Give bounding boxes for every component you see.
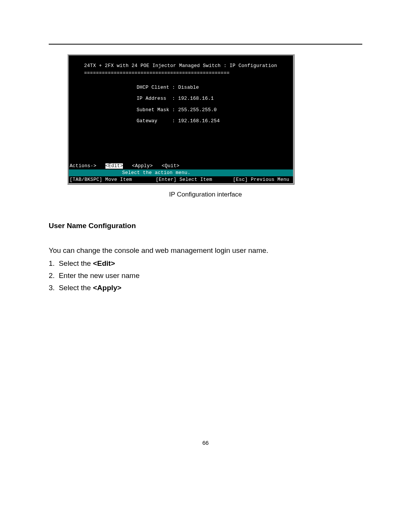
ip-value: 192.168.16.1	[178, 96, 214, 101]
help-row: [TAB/BKSPC] Move Item [Enter] Select Ite…	[69, 176, 293, 183]
step-1-num: 1.	[49, 259, 55, 267]
action-edit[interactable]: <Edit>	[105, 163, 123, 169]
help-esc: [Esc] Previous Menu	[233, 177, 289, 182]
terminal-inner: 24TX + 2FX with 24 POE Injector Managed …	[69, 56, 293, 183]
intro-text: You can change the console and web manag…	[49, 246, 268, 255]
step-3-num: 3.	[49, 284, 55, 292]
page-number: 66	[0, 439, 411, 446]
step-2-text: Enter the new user name	[59, 272, 139, 280]
help-select: [Enter] Select Item	[156, 177, 212, 182]
actions-row: Actions-> <Edit> <Apply> <Quit>	[69, 163, 293, 169]
dhcp-label: DHCP Client :	[137, 85, 175, 90]
terminal-window: 24TX + 2FX with 24 POE Injector Managed …	[67, 54, 295, 185]
terminal-divider: ========================================…	[72, 70, 290, 77]
dhcp-row: DHCP Client : Disable	[72, 84, 290, 91]
dhcp-value: Disable	[178, 85, 199, 90]
subnet-label: Subnet Mask :	[137, 107, 175, 113]
subnet-value: 255.255.255.0	[178, 107, 217, 113]
actions-area: Actions-> <Edit> <Apply> <Quit> Select t…	[69, 163, 293, 183]
step-1: 1. Select the <Edit>	[49, 259, 115, 268]
figure-caption: IP Configuration interface	[0, 191, 411, 198]
step-2: 2. Enter the new user name	[49, 272, 140, 280]
action-quit[interactable]: <Quit>	[162, 163, 180, 169]
section-heading: User Name Configuration	[49, 222, 136, 230]
gateway-row: Gateway : 192.168.16.254	[72, 118, 290, 125]
terminal-title: 24TX + 2FX with 24 POE Injector Managed …	[72, 62, 290, 70]
gateway-label: Gateway :	[137, 118, 175, 124]
top-rule	[49, 44, 362, 45]
actions-prefix: Actions->	[70, 163, 96, 169]
step-2-num: 2.	[49, 272, 55, 280]
ip-row: IP Address : 192.168.16.1	[72, 95, 290, 102]
help-move: [TAB/BKSPC] Move Item	[70, 177, 132, 182]
subnet-row: Subnet Mask : 255.255.255.0	[72, 107, 290, 114]
ip-label: IP Address :	[137, 96, 175, 101]
step-3-bold: <Apply>	[93, 284, 121, 292]
step-3-pre: Select the	[59, 284, 93, 292]
hint-bar: Select the action menu.	[69, 169, 293, 176]
step-3: 3. Select the <Apply>	[49, 284, 121, 292]
gateway-value: 192.168.16.254	[178, 118, 220, 124]
step-1-bold: <Edit>	[93, 259, 115, 267]
step-1-pre: Select the	[59, 259, 93, 267]
action-apply[interactable]: <Apply>	[132, 163, 153, 169]
